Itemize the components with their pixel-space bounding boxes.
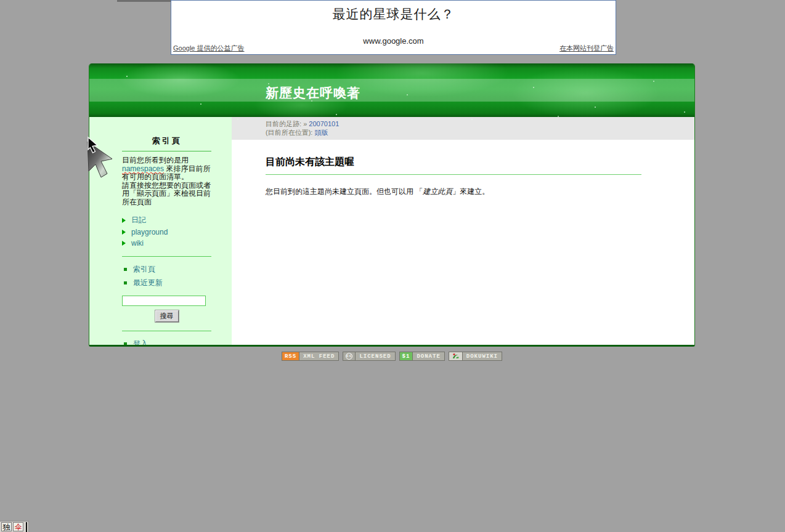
footer-badges-row: RSS XML FEED CC LICENSED $1 DONATE DOKUW… (89, 352, 695, 361)
topic-missing-message: 您目前到的這主題尚未建立頁面。但也可以用 「建立此頁」來建立。 (266, 187, 694, 197)
breadcrumb-location-label: (目前所在位置): (266, 129, 312, 136)
xml-feed-badge-label: XML FEED (299, 352, 338, 360)
namespace-link-diary[interactable]: 日記 (131, 215, 146, 225)
breadcrumb-trace-line: 目前的足跡: » 20070101 (266, 119, 688, 128)
breadcrumb-location-link[interactable]: 頭版 (314, 129, 328, 136)
breadcrumb-location-line: (目前所在位置): 頭版 (266, 128, 688, 137)
namespace-item: playground (122, 228, 211, 236)
login-list: 登入 (122, 339, 211, 347)
wiki-tools-list: 索引頁 最近更新 (122, 264, 211, 288)
namespace-item: 日記 (122, 215, 211, 225)
search-button-row: 搜尋 (122, 310, 211, 322)
page-content: 目前尚未有該主題喔 您目前到的這主題尚未建立頁面。但也可以用 「建立此頁」來建立… (232, 140, 694, 197)
namespace-list: 日記 playground wiki (122, 215, 211, 248)
square-bullet-icon (124, 268, 127, 271)
licensed-badge-label: LICENSED (356, 352, 394, 360)
window-edge-artifact (117, 0, 171, 2)
triangle-bullet-icon (122, 218, 126, 223)
desktop: { "colors": { "page_bg": "#a1a1a1", "ban… (0, 0, 785, 532)
ad-advertise-link[interactable]: 在本网站刊登广告 (559, 44, 614, 53)
donate-badge-label: DONATE (413, 352, 444, 360)
tool-link-index[interactable]: 索引頁 (133, 264, 155, 275)
namespace-link-playground[interactable]: playground (131, 228, 168, 236)
ad-headline-link[interactable]: 最近的星球是什么？ (171, 6, 616, 23)
google-ad-banner: 最近的星球是什么？ www.google.com Google 提供的公益广告 … (171, 0, 616, 55)
namespaces-link[interactable]: namespaces (122, 164, 164, 173)
search-input[interactable] (122, 296, 206, 306)
breadcrumb-trace-label: 目前的足跡: (266, 120, 301, 127)
tool-item: 索引頁 (122, 264, 211, 275)
tool-link-recent-changes[interactable]: 最近更新 (133, 278, 163, 288)
intro-text-line2: 請直接按您想要的頁面或者用「顯示頁面」來檢視目前所在頁面 (122, 181, 211, 206)
message-text-before: 您目前到的這主題尚未建立頁面。但也可以用 「 (266, 187, 423, 196)
sidebar-divider (122, 256, 211, 257)
ime-mode-button[interactable]: 独 (1, 522, 12, 531)
message-text-after: 」來建立。 (452, 187, 489, 196)
intro-text-before: 目前您所看到的是用 (122, 156, 189, 164)
namespace-item: wiki (122, 239, 211, 248)
ime-caret (26, 522, 27, 532)
dokuwiki-badge[interactable]: DOKUWIKI (449, 352, 502, 361)
sidebar-index-heading: 索引頁 (122, 135, 211, 151)
breadcrumb: 目前的足跡: » 20070101 (目前所在位置): 頭版 (232, 117, 694, 140)
site-title[interactable]: 新歷史在呼喚著 (266, 84, 360, 102)
rss-badge-label: RSS (282, 352, 299, 360)
donate-badge[interactable]: $1 DONATE (399, 352, 445, 361)
dokuwiki-badge-label: DOKUWIKI (463, 352, 502, 360)
sidebar-index: 索引頁 目前您所看到的是用 namespaces 來排序目前所有可用的頁面清單。… (89, 117, 232, 345)
breadcrumb-trace-link[interactable]: 20070101 (309, 120, 339, 127)
login-item: 登入 (122, 339, 211, 347)
rss-feed-badge[interactable]: RSS XML FEED (282, 352, 339, 361)
banner-sparkle-dots (126, 76, 128, 77)
ime-status-panel: 独 伞 (0, 521, 29, 532)
site-header-banner: 新歷史在呼喚著 (89, 63, 694, 117)
sidebar-divider (122, 331, 211, 331)
square-bullet-icon (124, 281, 127, 284)
dollar-badge-label: $1 (400, 352, 413, 360)
creative-commons-badge[interactable]: CC LICENSED (343, 352, 395, 361)
wiki-page-container: 新歷史在呼喚著 索引頁 目前您所看到的是用 namespaces 來排序目前所有… (89, 63, 695, 347)
search-button[interactable]: 搜尋 (155, 310, 179, 322)
square-bullet-icon (124, 342, 127, 345)
ime-fullwidth-button[interactable]: 伞 (13, 522, 23, 531)
tool-item: 最近更新 (122, 278, 211, 288)
create-this-page-phrase: 建立此頁 (423, 187, 452, 196)
breadcrumb-separator: » (303, 120, 307, 127)
cc-icon: CC (343, 352, 356, 360)
namespace-link-wiki[interactable]: wiki (131, 239, 144, 248)
dokuwiki-icon (449, 352, 463, 360)
triangle-bullet-icon (122, 230, 126, 235)
page-title: 目前尚未有該主題喔 (266, 156, 641, 175)
page-body: 索引頁 目前您所看到的是用 namespaces 來排序目前所有可用的頁面清單。… (89, 117, 694, 345)
ad-provider-link[interactable]: Google 提供的公益广告 (173, 44, 245, 53)
login-link[interactable]: 登入 (133, 339, 148, 347)
main-content-column: 目前的足跡: » 20070101 (目前所在位置): 頭版 目前尚未有該主題喔… (232, 117, 694, 345)
triangle-bullet-icon (122, 241, 126, 246)
sidebar-intro-text: 目前您所看到的是用 namespaces 來排序目前所有可用的頁面清單。 請直接… (122, 156, 211, 206)
